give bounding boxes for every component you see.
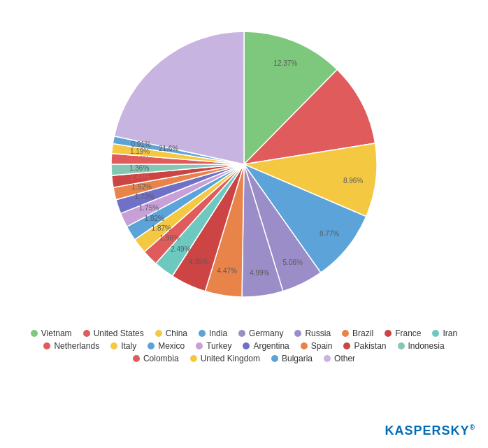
svg-text:0.91%: 0.91% bbox=[131, 140, 150, 148]
legend-label: Vietnam bbox=[41, 328, 72, 338]
legend-label: United States bbox=[94, 328, 144, 338]
legend-color-dot bbox=[432, 330, 439, 337]
legend-item-india: India bbox=[199, 328, 227, 338]
svg-text:10.1%: 10.1% bbox=[331, 110, 350, 118]
legend-color-dot bbox=[271, 355, 278, 362]
legend-label: Iran bbox=[443, 328, 457, 338]
legend-item-france: France bbox=[385, 328, 421, 338]
legend-item-italy: Italy bbox=[110, 341, 136, 351]
legend-color-dot bbox=[148, 342, 155, 349]
svg-text:8.96%: 8.96% bbox=[343, 177, 363, 185]
legend-color-dot bbox=[324, 355, 331, 362]
legend-item-brazil: Brazil bbox=[342, 328, 373, 338]
legend-color-dot bbox=[398, 342, 405, 349]
legend-label: Spain bbox=[311, 341, 333, 351]
svg-text:1.52%: 1.52% bbox=[132, 183, 152, 191]
legend-color-dot bbox=[110, 342, 117, 349]
legend-label: Bulgaria bbox=[282, 354, 313, 363]
brand-suffix: ® bbox=[470, 424, 475, 431]
legend-label: Pakistan bbox=[354, 341, 386, 351]
pie-area: 12.37%10.1%8.96%8.77%5.06%4.99%4.47%4.35… bbox=[6, 7, 482, 321]
legend-label: Italy bbox=[121, 341, 136, 351]
svg-text:4.47%: 4.47% bbox=[217, 267, 237, 275]
legend-item-germany: Germany bbox=[238, 328, 283, 338]
legend-label: Mexico bbox=[158, 341, 185, 351]
legend-item-turkey: Turkey bbox=[196, 341, 231, 351]
legend-label: Colombia bbox=[143, 354, 179, 363]
legend-item-united-kingdom: United Kingdom bbox=[190, 354, 260, 363]
legend-label: China bbox=[166, 328, 187, 338]
kaspersky-logo: KASPERSKY® bbox=[385, 424, 475, 438]
legend-area: VietnamUnited StatesChinaIndiaGermanyRus… bbox=[6, 321, 482, 370]
legend-label: Other bbox=[334, 354, 355, 363]
legend-label: Germany bbox=[249, 328, 283, 338]
legend-color-dot bbox=[190, 355, 197, 362]
legend-color-dot bbox=[199, 330, 206, 337]
legend-label: United Kingdom bbox=[201, 354, 260, 363]
legend-label: Netherlands bbox=[54, 341, 99, 351]
legend-item-indonesia: Indonesia bbox=[398, 341, 445, 351]
svg-text:21.6%: 21.6% bbox=[159, 145, 178, 152]
legend-color-dot bbox=[196, 342, 203, 349]
legend-item-bulgaria: Bulgaria bbox=[271, 354, 313, 363]
legend-color-dot bbox=[243, 342, 250, 349]
legend-label: Russia bbox=[305, 328, 331, 338]
legend-color-dot bbox=[238, 330, 245, 337]
svg-text:2.49%: 2.49% bbox=[171, 245, 190, 253]
legend-item-united-states: United States bbox=[83, 328, 144, 338]
legend-color-dot bbox=[301, 342, 308, 349]
legend-item-russia: Russia bbox=[294, 328, 331, 338]
legend-item-other: Other bbox=[324, 354, 355, 363]
svg-text:1.44%: 1.44% bbox=[130, 173, 150, 181]
svg-text:1.82%: 1.82% bbox=[145, 215, 164, 222]
pie-chart: 12.37%10.1%8.96%8.77%5.06%4.99%4.47%4.35… bbox=[97, 17, 391, 311]
svg-text:4.35%: 4.35% bbox=[189, 258, 208, 266]
legend-item-vietnam: Vietnam bbox=[31, 328, 72, 338]
legend-color-dot bbox=[343, 342, 350, 349]
brand-name: KASPERSKY bbox=[385, 424, 470, 438]
legend-label: Argentina bbox=[253, 341, 289, 351]
legend-item-iran: Iran bbox=[432, 328, 457, 338]
legend-color-dot bbox=[31, 330, 38, 337]
legend-color-dot bbox=[385, 330, 392, 337]
svg-text:5.06%: 5.06% bbox=[283, 259, 303, 266]
svg-text:1.29%: 1.29% bbox=[129, 155, 149, 163]
svg-text:1.75%: 1.75% bbox=[139, 204, 159, 212]
legend-item-netherlands: Netherlands bbox=[43, 341, 99, 351]
svg-text:4.99%: 4.99% bbox=[250, 269, 269, 277]
legend-color-dot bbox=[155, 330, 162, 337]
legend-color-dot bbox=[133, 355, 140, 362]
legend-item-spain: Spain bbox=[301, 341, 333, 351]
legend-item-mexico: Mexico bbox=[148, 341, 185, 351]
svg-text:8.77%: 8.77% bbox=[320, 230, 339, 238]
svg-text:1.96%: 1.96% bbox=[160, 234, 180, 242]
legend-label: Turkey bbox=[206, 341, 231, 351]
legend-label: India bbox=[209, 328, 227, 338]
legend-item-colombia: Colombia bbox=[133, 354, 179, 363]
svg-text:1.19%: 1.19% bbox=[130, 147, 150, 155]
legend-color-dot bbox=[342, 330, 349, 337]
svg-text:12.37%: 12.37% bbox=[273, 59, 297, 67]
legend-label: Brazil bbox=[352, 328, 373, 338]
legend-color-dot bbox=[294, 330, 301, 337]
svg-text:1.73%: 1.73% bbox=[135, 193, 155, 201]
chart-container: 12.37%10.1%8.96%8.77%5.06%4.99%4.47%4.35… bbox=[0, 0, 488, 448]
legend-color-dot bbox=[83, 330, 90, 337]
legend-label: France bbox=[395, 328, 421, 338]
legend-item-argentina: Argentina bbox=[243, 341, 289, 351]
svg-text:1.87%: 1.87% bbox=[152, 224, 171, 232]
legend-item-china: China bbox=[155, 328, 187, 338]
legend-label: Indonesia bbox=[408, 341, 445, 351]
svg-text:1.36%: 1.36% bbox=[129, 164, 149, 172]
legend-color-dot bbox=[43, 342, 50, 349]
legend-item-pakistan: Pakistan bbox=[343, 341, 386, 351]
